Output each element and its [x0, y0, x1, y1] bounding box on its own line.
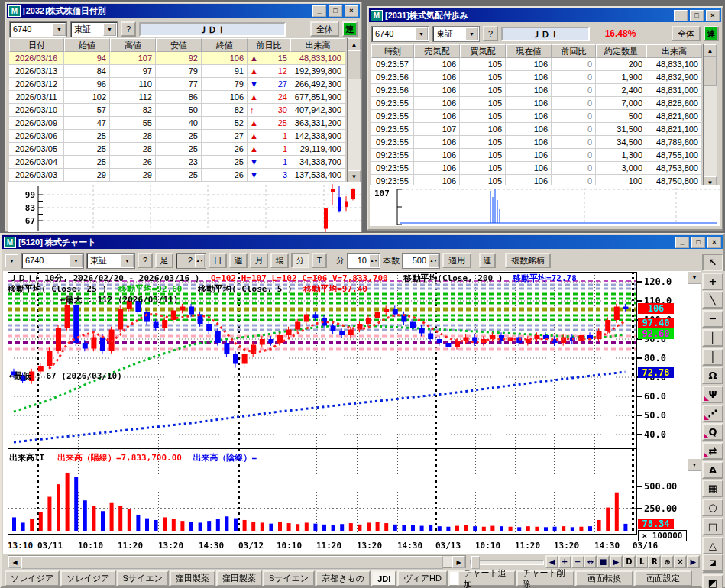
- add-chart-button[interactable]: チャート追加: [458, 570, 516, 586]
- cycle-tool-button[interactable]: ⇄: [702, 442, 723, 460]
- table-row[interactable]: 2026/03/0625282527▲1142,338,900: [9, 130, 345, 143]
- chevron-down-icon[interactable]: ▼: [103, 23, 116, 36]
- table-row[interactable]: 09:23:5510610510601,30048,755,100: [371, 149, 702, 162]
- symbol-tab[interactable]: Sサイエン: [263, 570, 315, 586]
- column-header[interactable]: 安値: [156, 38, 202, 52]
- chevron-down-icon[interactable]: ▼: [70, 254, 83, 267]
- symbol-code-combo[interactable]: 6740 ▼: [21, 253, 84, 269]
- apply-button[interactable]: 適用: [442, 253, 471, 268]
- table-row[interactable]: 09:23:5510610510607,00048,828,600: [371, 97, 702, 110]
- table-row[interactable]: 09:23:5510610510603,00048,753,800: [371, 162, 702, 175]
- minute-stepper[interactable]: 10 ▲▼: [347, 253, 380, 269]
- diagonal-line-tool-button[interactable]: ╲: [702, 291, 723, 309]
- chart-nav-button[interactable]: ■: [597, 555, 610, 568]
- column-header[interactable]: 約定数量: [596, 44, 646, 58]
- whole-button[interactable]: 全体: [672, 26, 701, 41]
- chevron-down-icon[interactable]: ▼: [415, 27, 428, 40]
- close-button[interactable]: ×: [707, 237, 721, 248]
- spinner-buttons-icon[interactable]: ▲▼: [369, 254, 379, 267]
- scroll-left-icon[interactable]: ◀: [8, 556, 21, 568]
- table-row[interactable]: 2026/03/0525282526▲129,119,400: [9, 143, 345, 156]
- symbol-tab[interactable]: ソレイジア: [60, 570, 115, 586]
- maximize-button[interactable]: □: [690, 10, 704, 21]
- symbol-tab[interactable]: 京都きもの: [316, 570, 371, 586]
- scroll-up-icon[interactable]: ▲: [704, 44, 717, 57]
- chart-nav-button[interactable]: ⊕: [661, 555, 674, 568]
- scrollbar-thumb[interactable]: [348, 50, 361, 79]
- text-tool-button[interactable]: A: [702, 461, 723, 479]
- maximize-button[interactable]: □: [691, 237, 705, 248]
- rectangle-tool-button[interactable]: □: [702, 518, 723, 535]
- pane-menu-button[interactable]: ▼: [688, 271, 701, 284]
- column-header[interactable]: 日付: [9, 38, 64, 52]
- help-button[interactable]: ?: [483, 26, 498, 41]
- table-row[interactable]: 09:23:55106105106050048,821,600: [371, 110, 702, 123]
- symbol-tab[interactable]: Sサイエン: [117, 570, 169, 586]
- crosshair-tool-button[interactable]: +: [702, 273, 723, 290]
- vertical-line-tool-button[interactable]: │: [702, 329, 723, 347]
- chart-eraser-button[interactable]: ◪: [702, 554, 723, 571]
- scroll-down-icon[interactable]: ▼: [348, 170, 361, 183]
- close-button[interactable]: ×: [345, 5, 358, 17]
- screen-settings-button[interactable]: 画面設定: [634, 570, 692, 586]
- gann-fan-tool-button[interactable]: Ψ: [702, 386, 723, 403]
- bar-interval-stepper[interactable]: 2 ▲▼: [176, 253, 206, 269]
- maximize-button[interactable]: □: [329, 5, 342, 17]
- symbol-code-combo[interactable]: 6740 ▼: [371, 26, 429, 42]
- table-row[interactable]: 2026/03/0947554052▲25363,331,200: [9, 117, 345, 130]
- eraser-all-tool-button[interactable]: ◩: [702, 574, 723, 588]
- chevron-down-icon[interactable]: ▼: [465, 27, 478, 40]
- column-header[interactable]: 前日比: [248, 38, 290, 52]
- market-combo[interactable]: 東証 ▼: [432, 26, 480, 42]
- session-button[interactable]: 場: [270, 253, 289, 268]
- alert-bell-tool-button[interactable]: Ω: [702, 367, 723, 384]
- trend-tool-button[interactable]: ⋰: [702, 405, 723, 422]
- monthly-button[interactable]: 月: [250, 253, 268, 268]
- column-header[interactable]: 始値: [64, 38, 110, 52]
- titlebar[interactable]: M [2032]株式株価日付別 _ □ ×: [7, 4, 360, 18]
- symbol-tab[interactable]: 窪田製薬: [170, 570, 215, 586]
- chart-nav-button[interactable]: +: [558, 555, 571, 568]
- table-row[interactable]: 09:23:55107106106031,50048,821,100: [371, 123, 702, 136]
- column-header[interactable]: 出来高: [646, 44, 702, 58]
- chevron-down-icon[interactable]: ▼: [121, 254, 134, 267]
- table-row[interactable]: 2026/03/1057825082↑30407,942,300: [9, 104, 345, 117]
- chart-nav-button[interactable]: ↔: [584, 555, 597, 568]
- table-row[interactable]: 2026/03/0329292526▼3137,538,400: [9, 169, 345, 182]
- minute-button[interactable]: 分: [291, 253, 309, 268]
- symbol-tab[interactable]: ヴィアHD: [397, 570, 448, 586]
- help-button[interactable]: ?: [121, 21, 136, 37]
- table-row[interactable]: 09:23:5610610510601,90048,832,900: [371, 71, 702, 84]
- chart-nav-button[interactable]: ×: [674, 555, 687, 568]
- market-combo[interactable]: 東証 ▼: [86, 253, 135, 269]
- daily-button[interactable]: 日: [209, 253, 227, 268]
- column-header[interactable]: 時刻: [371, 44, 414, 58]
- minimize-button[interactable]: _: [312, 5, 326, 17]
- chart-nav-button[interactable]: −: [571, 555, 584, 568]
- minimize-button[interactable]: _: [674, 10, 688, 21]
- symbol-history-button[interactable]: ▼: [5, 254, 18, 267]
- link-button[interactable]: 連: [479, 253, 496, 268]
- bar-type-label[interactable]: 足: [155, 253, 173, 268]
- titlebar[interactable]: M [2031]株式気配付歩み _ □ ×: [369, 8, 721, 22]
- symbol-tab[interactable]: 窪田製薬: [216, 570, 262, 586]
- chevron-down-icon[interactable]: ▼: [53, 23, 66, 36]
- bar-count-stepper[interactable]: 500 ▲▼: [402, 253, 440, 269]
- zoom-slider-track[interactable]: [470, 560, 544, 565]
- column-header[interactable]: 終値: [202, 38, 248, 52]
- switch-screen-button[interactable]: 画面転換: [575, 570, 633, 586]
- table-row[interactable]: 2026/03/0425262325▼134,338,700: [9, 156, 345, 169]
- chart-nav-button[interactable]: R: [648, 555, 661, 568]
- scrollbar-thumb[interactable]: [21, 556, 443, 569]
- chart-nav-button[interactable]: ▶: [687, 555, 700, 568]
- delete-chart-button[interactable]: チャート削除: [516, 570, 574, 586]
- tick-button[interactable]: T: [312, 253, 327, 268]
- ellipse-tool-button[interactable]: ○: [702, 499, 723, 516]
- chart-nav-button[interactable]: ◀: [545, 555, 558, 568]
- grid-tool-button[interactable]: ▦: [702, 480, 723, 497]
- weekly-button[interactable]: 週: [229, 253, 248, 268]
- symbol-tab[interactable]: JDI: [371, 570, 396, 586]
- horizontal-scrollbar[interactable]: ◀ ▶: [8, 555, 466, 568]
- column-header[interactable]: 高値: [110, 38, 156, 52]
- help-button[interactable]: ?: [138, 253, 153, 268]
